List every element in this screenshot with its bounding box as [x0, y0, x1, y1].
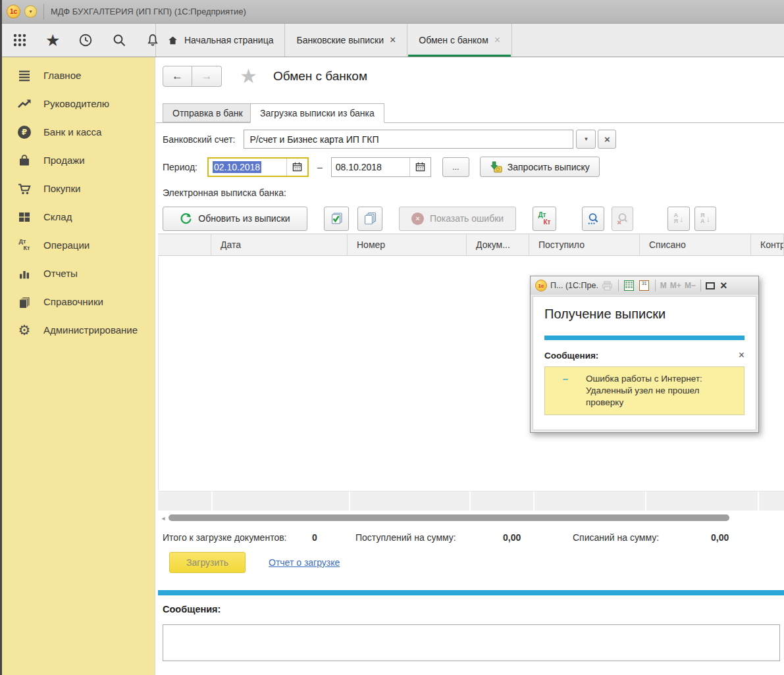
popup-title-bar[interactable]: 1с П... (1С:Пре. 31 M M+ M− × — [531, 276, 758, 295]
cancel-find-button — [612, 207, 633, 231]
clear-flags-button[interactable] — [357, 207, 382, 231]
request-statement-button[interactable]: Запросить выписку — [480, 157, 600, 177]
sort-descending-button: ЯА ↓ — [694, 207, 716, 231]
sidebar-item-operations[interactable]: ДтКт Операции — [0, 231, 155, 259]
load-report-link[interactable]: Отчет о загрузке — [269, 557, 340, 568]
popup-title: П... (1С:Пре. — [550, 281, 598, 290]
sidebar-item-administration[interactable]: ⚙ Администрирование — [0, 316, 155, 344]
sidebar-item-label: Банк и касса — [43, 126, 101, 138]
sidebar-item-label: Отчеты — [43, 268, 78, 279]
shopping-bag-icon — [16, 153, 32, 168]
close-icon[interactable]: × — [390, 35, 396, 45]
refresh-from-statement-button[interactable]: Обновить из выписки — [163, 207, 307, 231]
sidebar-item-purchases[interactable]: Покупки — [0, 174, 155, 203]
sidebar-item-sales[interactable]: Продажи — [0, 146, 155, 174]
sidebar-item-reports[interactable]: Отчеты — [0, 259, 155, 288]
actions-row: Загрузить Отчет о загрузке — [169, 552, 340, 573]
dt-kt-button[interactable]: ДтКт — [533, 207, 556, 231]
calendar-icon[interactable] — [409, 158, 431, 176]
sidebar-item-bank-cash[interactable]: ₽ Банк и касса — [0, 118, 155, 146]
table-header-cell-number[interactable]: Номер — [348, 234, 467, 255]
table-header-cell-document[interactable]: Докум... — [467, 234, 529, 255]
print-icon — [602, 280, 614, 291]
1c-logo-icon: 1с — [7, 5, 20, 18]
show-errors-label: Показать ошибки — [430, 213, 504, 224]
sidebar-item-label: Продажи — [43, 155, 85, 166]
account-dropdown-button[interactable]: ▼ — [576, 130, 596, 149]
show-errors-button: × Показать ошибки — [399, 207, 516, 231]
sidebar-item-directories[interactable]: Справочники — [0, 288, 155, 316]
calculator-icon[interactable] — [623, 280, 635, 291]
error-circle-icon: × — [411, 213, 424, 225]
calendar-icon[interactable] — [286, 159, 307, 176]
close-icon[interactable]: × — [494, 35, 500, 45]
tab-home[interactable]: Начальная страница — [156, 24, 285, 57]
popup-window-statement-retrieval: 1с П... (1С:Пре. 31 M M+ M− × — [530, 276, 759, 433]
table-footer-cell — [535, 491, 645, 511]
tab-label: Банковские выписки — [296, 35, 384, 45]
forward-button[interactable]: → — [192, 66, 222, 87]
total-docs-label: Итого к загрузке документов: — [163, 532, 287, 543]
trend-chart-icon — [16, 96, 32, 112]
back-button[interactable]: ← — [163, 66, 192, 87]
total-docs-value: 0 — [312, 532, 317, 543]
period-to-field[interactable]: 08.10.2018 — [331, 157, 431, 177]
table-footer-cell — [158, 491, 211, 511]
tab-bank-exchange[interactable]: Обмен с банком × — [407, 24, 512, 57]
period-more-button[interactable]: ... — [442, 157, 469, 177]
bar-chart-icon — [16, 266, 32, 282]
table-header-cell-counterparty[interactable]: Контр — [751, 234, 784, 255]
account-clear-button[interactable]: × — [598, 130, 616, 149]
period-to-value[interactable]: 08.10.2018 — [332, 162, 409, 172]
main-menu-button[interactable]: ▾ — [24, 5, 37, 18]
calendar-icon[interactable]: 31 — [639, 280, 650, 291]
maximize-icon[interactable] — [706, 282, 715, 289]
sidebar-item-label: Операции — [43, 239, 90, 251]
table-header-cell-writtenoff[interactable]: Списано — [640, 234, 751, 255]
shopping-cart-icon — [16, 181, 32, 197]
sidebar-item-label: Главное — [43, 70, 81, 81]
navigation-row: ← → ★ Обмен с банком — [163, 66, 367, 87]
sidebar-item-manager[interactable]: Руководителю — [0, 89, 155, 118]
sidebar-item-label: Справочники — [43, 296, 103, 307]
favorite-star-icon[interactable]: ★ — [240, 66, 257, 86]
subtab-load-statement[interactable]: Загрузка выписки из банка — [250, 103, 384, 123]
table-footer-cell — [213, 491, 349, 511]
refresh-icon — [180, 213, 192, 225]
tab-bank-statements[interactable]: Банковские выписки × — [285, 24, 407, 57]
popup-body: Получение выписки Сообщения: × – Ошибка … — [533, 296, 756, 430]
table-header-cell-date[interactable]: Дата — [211, 234, 348, 255]
sidebar-item-label: Склад — [43, 211, 72, 222]
table-header-cell-received[interactable]: Поступило — [529, 234, 640, 255]
find-button[interactable] — [582, 207, 604, 231]
sort-ascending-button: АЯ ↓ — [667, 207, 690, 231]
sidebar: Главное Руководителю ₽ Банк и касса — [0, 57, 155, 675]
table-header-cell[interactable] — [158, 234, 211, 255]
sidebar-item-main[interactable]: Главное — [0, 61, 155, 89]
bank-account-input[interactable]: Р/счет и Бизнес карта ИП ГКП — [244, 130, 573, 149]
panel-splitter[interactable] — [158, 590, 784, 595]
received-sum-label: Поступлений на сумму: — [355, 532, 456, 543]
period-from-field[interactable]: 02.10.2018 — [207, 157, 309, 177]
sidebar-item-warehouse[interactable]: Склад — [0, 203, 155, 231]
scrollbar-thumb[interactable] — [169, 514, 729, 521]
close-icon[interactable]: × — [720, 280, 727, 291]
favorites-star-icon[interactable]: ★ — [45, 32, 60, 48]
scroll-left-arrow[interactable]: ◂ — [158, 514, 169, 522]
load-button[interactable]: Загрузить — [169, 552, 246, 573]
period-from-value[interactable]: 02.10.2018 — [213, 161, 261, 173]
horizontal-scrollbar[interactable]: ◂ — [158, 512, 784, 523]
popup-warning-message: – Ошибка работы с Интернет: Удаленный уз… — [544, 366, 745, 415]
apps-grid-icon[interactable] — [12, 32, 28, 48]
close-icon[interactable]: × — [739, 350, 745, 361]
tab-label: Обмен с банком — [419, 35, 488, 45]
history-icon[interactable] — [78, 32, 93, 48]
request-statement-icon — [490, 161, 502, 173]
search-icon[interactable] — [111, 32, 127, 48]
table-footer-cell — [471, 491, 533, 511]
subtab-send-to-bank[interactable]: Отправка в банк — [163, 103, 253, 122]
set-flags-button[interactable] — [324, 207, 349, 231]
table-footer-cell — [759, 491, 784, 511]
popup-heading: Получение выписки — [544, 307, 756, 322]
open-tabs: Начальная страница Банковские выписки × … — [156, 24, 512, 57]
